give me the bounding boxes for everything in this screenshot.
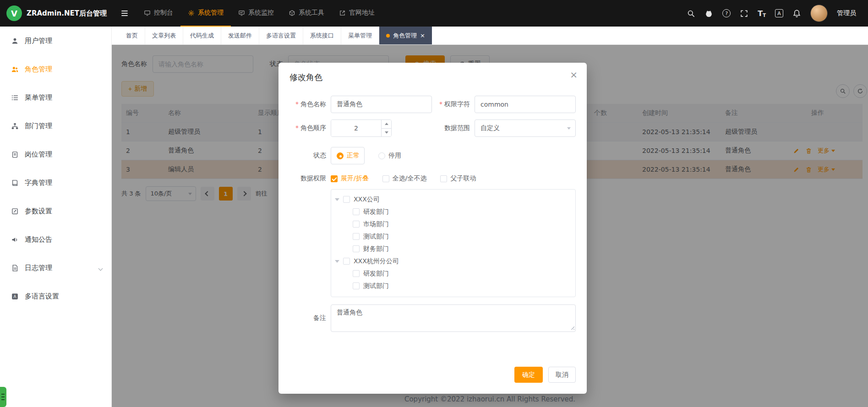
sidebar-item-roles[interactable]: 角色管理 [0, 55, 111, 83]
help-icon[interactable]: ? [722, 9, 731, 17]
nav-label: 系统监控 [248, 9, 274, 17]
logo-letter: V [11, 9, 17, 18]
tree-node-dept[interactable]: 测试部门 [331, 230, 575, 243]
sidebar-item-label: 岗位管理 [25, 150, 52, 159]
user-icon [11, 37, 19, 45]
language-icon[interactable]: A [775, 9, 783, 17]
nav-item-system-tools[interactable]: 系统工具 [281, 0, 332, 27]
sidebar-item-label: 用户管理 [25, 37, 52, 45]
bell-icon[interactable] [792, 9, 801, 18]
tab-role-manage[interactable]: 角色管理 × [379, 27, 432, 44]
role-sort-input[interactable] [331, 120, 381, 136]
cancel-button[interactable]: 取消 [548, 367, 576, 383]
app-title: ZRAdmin.NET后台管理 [27, 9, 107, 18]
confirm-button[interactable]: 确定 [514, 367, 543, 383]
sidebar-item-parameters[interactable]: 参数设置 [0, 197, 111, 225]
checkbox-icon[interactable] [353, 270, 360, 277]
console-icon [144, 10, 151, 16]
tab-label: 文章列表 [152, 32, 176, 40]
sidebar-item-users[interactable]: 用户管理 [0, 27, 111, 55]
edit-square-icon [11, 207, 19, 215]
sidebar-item-departments[interactable]: 部门管理 [0, 112, 111, 140]
permission-tree: XXX公司 研发部门 市场部门 测试部门 财务部门 XXX杭州分公司 [331, 189, 576, 297]
form-row-status: 状态 正常 停用 [278, 147, 587, 164]
checkbox-parent-child-link[interactable]: 父子联动 [440, 174, 476, 183]
checkbox-icon[interactable] [353, 221, 360, 228]
tree-node-label: 研发部门 [363, 208, 389, 216]
form-row-name-key: 角色名称 权限字符 [278, 96, 587, 113]
checkbox-icon[interactable] [353, 282, 360, 289]
dialog-header: 修改角色 [278, 63, 587, 83]
badge-icon [11, 151, 19, 158]
sidebar-toggle-icon[interactable] [120, 9, 129, 18]
tree-node-label: 测试部门 [363, 233, 389, 241]
tab-menu-manage[interactable]: 菜单管理 [341, 27, 379, 44]
radio-status-disabled[interactable]: 停用 [378, 152, 401, 160]
checkbox-icon[interactable] [343, 196, 350, 203]
font-small-glyph: T [763, 13, 766, 18]
tab-label: 菜单管理 [348, 32, 372, 40]
decrement-button[interactable] [382, 129, 391, 137]
tree-node-company[interactable]: XXX杭州分公司 [331, 255, 575, 267]
tab-article-list[interactable]: 文章列表 [145, 27, 183, 44]
checkbox-icon[interactable] [343, 258, 350, 265]
sidebar-item-logs[interactable]: 日志管理 [0, 254, 111, 282]
user-menu[interactable]: 管理员 [837, 9, 856, 17]
top-nav: 控制台 系统管理 系统监控 系统工具 官网地址 [136, 0, 382, 27]
gear-icon [188, 10, 195, 16]
search-icon[interactable] [687, 9, 695, 18]
tree-expand-icon[interactable] [335, 260, 339, 265]
sidebar-item-label: 日志管理 [25, 264, 52, 272]
checkbox-icon [331, 175, 338, 182]
checkbox-icon[interactable] [353, 208, 360, 215]
app-logo[interactable]: V ZRAdmin.NET后台管理 [0, 5, 112, 21]
data-scope-select[interactable]: 自定义 [475, 119, 576, 137]
tree-node-label: 财务部门 [363, 245, 389, 253]
avatar[interactable] [810, 5, 828, 22]
checkbox-select-all[interactable]: 全选/全不选 [382, 174, 427, 183]
nav-item-official-site[interactable]: 官网地址 [332, 0, 382, 27]
devtools-badge[interactable] [0, 387, 6, 407]
checkbox-icon[interactable] [353, 245, 360, 252]
tab-code-gen[interactable]: 代码生成 [183, 27, 221, 44]
tab-close-icon[interactable]: × [420, 33, 425, 38]
role-name-label: 角色名称 [278, 100, 326, 109]
tab-home[interactable]: 首页 [119, 27, 145, 44]
sidebar-item-posts[interactable]: 岗位管理 [0, 140, 111, 168]
tab-i18n[interactable]: 多语言设置 [259, 27, 303, 44]
tags-view-bar: 首页 文章列表 代码生成 发送邮件 多语言设置 系统接口 菜单管理 角色管理 × [112, 27, 868, 45]
tree-node-dept[interactable]: 研发部门 [331, 267, 575, 280]
checkbox-label: 全选/全不选 [393, 174, 427, 183]
nav-item-system-monitor[interactable]: 系统监控 [231, 0, 281, 27]
toolbox-icon [289, 10, 295, 16]
nav-item-console[interactable]: 控制台 [136, 0, 180, 27]
sidebar-item-menus[interactable]: 菜单管理 [0, 83, 111, 112]
book-icon [11, 179, 19, 187]
tab-system-api[interactable]: 系统接口 [303, 27, 341, 44]
font-size-icon[interactable]: TT [758, 9, 766, 18]
dialog-close-icon[interactable]: × [570, 70, 578, 79]
tab-send-mail[interactable]: 发送邮件 [221, 27, 259, 44]
github-icon[interactable] [704, 9, 713, 18]
document-icon [11, 264, 19, 272]
tree-node-dept[interactable]: 财务部门 [331, 243, 575, 255]
tree-node-dept[interactable]: 测试部门 [331, 280, 575, 292]
radio-status-normal[interactable]: 正常 [331, 147, 365, 164]
tree-node-dept[interactable]: 市场部门 [331, 218, 575, 230]
fullscreen-icon[interactable] [740, 9, 748, 18]
increment-button[interactable] [382, 120, 391, 129]
nav-item-system-manage[interactable]: 系统管理 [180, 0, 231, 27]
i18n-icon: A [11, 293, 19, 300]
remark-textarea[interactable]: 普通角色 [331, 304, 576, 332]
checkbox-expand-collapse[interactable]: 展开/折叠 [331, 174, 369, 183]
sidebar-item-dictionary[interactable]: 字典管理 [0, 168, 111, 197]
sidebar-item-notices[interactable]: 通知公告 [0, 225, 111, 254]
tree-node-company[interactable]: XXX公司 [331, 193, 575, 206]
checkbox-icon[interactable] [353, 233, 360, 240]
tree-expand-icon[interactable] [335, 198, 339, 203]
role-key-input[interactable] [475, 96, 576, 113]
sidebar-item-i18n[interactable]: A 多语言设置 [0, 282, 111, 310]
nav-label: 系统工具 [299, 9, 324, 17]
role-name-input[interactable] [331, 96, 432, 113]
tree-node-dept[interactable]: 研发部门 [331, 206, 575, 218]
